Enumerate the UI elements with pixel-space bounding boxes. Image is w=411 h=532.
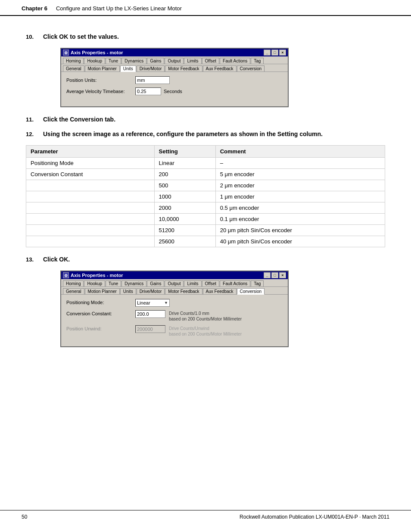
tab-conversion[interactable]: Conversion xyxy=(237,65,265,72)
step-10-number: 10. xyxy=(26,33,43,40)
dialog2-wrapper: ⚙ Axis Properties - motor _ □ × Homing H… xyxy=(60,271,385,347)
conversion-constant-desc1: Drive Counts/1.0 mm xyxy=(169,311,242,316)
d2-tab-hookup[interactable]: Hookup xyxy=(84,280,105,286)
col-comment: Comment xyxy=(215,146,385,158)
tab-tune[interactable]: Tune xyxy=(106,58,121,64)
cell-parameter xyxy=(26,225,155,236)
d2-tab-general[interactable]: General xyxy=(63,288,84,294)
positioning-mode-select[interactable]: Linear ▼ xyxy=(135,299,170,307)
step-11-number: 11. xyxy=(26,116,43,123)
step-13: 13. Click OK. xyxy=(26,256,385,263)
cell-parameter xyxy=(26,214,155,225)
d2-tab-motor-feedback[interactable]: Motor Feedback xyxy=(165,288,202,294)
d2-tab-aux-feedback[interactable]: Aux Feedback xyxy=(203,288,237,294)
tab-limits[interactable]: Limits xyxy=(184,58,201,64)
dialog2-restore-button[interactable]: □ xyxy=(271,272,278,278)
d2-tab-fault-actions[interactable]: Fault Actions xyxy=(220,280,250,286)
tab-gains[interactable]: Gains xyxy=(147,58,164,64)
table-row: Conversion Constant 200 5 μm encoder xyxy=(26,169,385,180)
tab-fault-actions[interactable]: Fault Actions xyxy=(220,58,250,64)
dialog1-close-button[interactable]: × xyxy=(279,50,286,56)
dialog2-tabs-row2: General Motion Planner Units Drive/Motor… xyxy=(61,287,288,295)
publication-info: Rockwell Automation Publication LX-UM001… xyxy=(240,514,389,520)
dialog1-tabs-row1: Homing Hookup Tune Dynamics Gains Output… xyxy=(61,56,288,64)
avg-velocity-input[interactable] xyxy=(135,87,161,95)
dialog1-box: ⚙ Axis Properties - motor _ □ × Homing H… xyxy=(60,48,289,107)
tab-aux-feedback[interactable]: Aux Feedback xyxy=(203,65,237,72)
dialog1-wrapper: ⚙ Axis Properties - motor _ □ × Homing H… xyxy=(60,48,385,107)
chapter-label: Chapter 6 xyxy=(22,5,47,12)
d2-tab-tag[interactable]: Tag xyxy=(251,280,264,286)
tab-output[interactable]: Output xyxy=(165,58,184,64)
tab-motion-planner[interactable]: Motion Planner xyxy=(85,65,120,72)
d2-tab-motion-planner[interactable]: Motion Planner xyxy=(85,288,120,294)
d2-tab-tune[interactable]: Tune xyxy=(106,280,121,286)
tab-offset[interactable]: Offset xyxy=(202,58,220,64)
cell-parameter xyxy=(26,191,155,202)
position-unwind-desc: Drive Counts/Unwind based on 200 Counts/… xyxy=(169,325,242,337)
position-unwind-label: Position Unwind: xyxy=(66,325,135,331)
dialog1-tabs-row2: General Motion Planner Units Drive/Motor… xyxy=(61,64,288,72)
page-number: 50 xyxy=(22,514,27,520)
tab-general[interactable]: General xyxy=(63,65,84,72)
cell-comment: 0.5 μm encoder xyxy=(215,202,385,214)
dialog2-close-button[interactable]: × xyxy=(279,272,286,278)
dialog1-titlebar: ⚙ Axis Properties - motor _ □ × xyxy=(61,49,288,56)
table-row: Positioning Mode Linear – xyxy=(26,158,385,169)
dialog1-minimize-button[interactable]: _ xyxy=(264,50,271,56)
step-10-text: Click OK to set the values. xyxy=(43,33,119,40)
dialog2-title: Axis Properties - motor xyxy=(71,273,123,278)
page-header: Chapter 6 Configure and Start Up the LX-… xyxy=(0,0,411,16)
step-12-number: 12. xyxy=(26,131,43,137)
cell-comment: 20 μm pitch Sin/Cos encoder xyxy=(215,225,385,236)
cell-comment: – xyxy=(215,158,385,169)
table-row: 51200 20 μm pitch Sin/Cos encoder xyxy=(26,225,385,236)
dialog1-restore-button[interactable]: □ xyxy=(271,50,278,56)
tab-units[interactable]: Units xyxy=(120,65,136,72)
tab-homing[interactable]: Homing xyxy=(63,58,84,64)
position-unwind-input xyxy=(135,325,165,333)
cell-setting: 2000 xyxy=(154,202,215,214)
avg-velocity-unit: Seconds xyxy=(164,89,182,94)
step-10: 10. Click OK to set the values. xyxy=(26,33,385,40)
step-12-text: Using the screen image as a reference, c… xyxy=(43,131,323,137)
table-row: 500 2 μm encoder xyxy=(26,180,385,191)
cell-comment: 1 μm encoder xyxy=(215,191,385,202)
tab-tag[interactable]: Tag xyxy=(251,58,264,64)
d2-tab-conversion[interactable]: Conversion xyxy=(237,288,265,295)
cell-parameter: Positioning Mode xyxy=(26,158,155,169)
d2-tab-limits[interactable]: Limits xyxy=(184,280,201,286)
d2-tab-drive-motor[interactable]: Drive/Motor xyxy=(137,288,165,294)
avg-velocity-label: Average Velocity Timebase: xyxy=(66,89,135,94)
position-units-row: Position Units: xyxy=(66,76,283,84)
position-units-input[interactable] xyxy=(135,76,170,84)
cell-setting: 200 xyxy=(154,169,215,180)
dialog2-icon: ⚙ xyxy=(63,272,69,278)
cell-parameter xyxy=(26,202,155,214)
parameter-table-wrapper: Parameter Setting Comment Positioning Mo… xyxy=(26,145,385,247)
d2-tab-gains[interactable]: Gains xyxy=(147,280,164,286)
dialog1-body: Position Units: Average Velocity Timebas… xyxy=(61,72,288,106)
dialog2-minimize-button[interactable]: _ xyxy=(264,272,271,278)
d2-tab-offset[interactable]: Offset xyxy=(202,280,220,286)
d2-tab-output[interactable]: Output xyxy=(165,280,184,286)
cell-comment: 40 μm pitch Sin/Cos encoder xyxy=(215,236,385,247)
d2-tab-homing[interactable]: Homing xyxy=(63,280,84,286)
tab-hookup[interactable]: Hookup xyxy=(84,58,105,64)
table-row: 25600 40 μm pitch Sin/Cos encoder xyxy=(26,236,385,247)
positioning-mode-row: Positioning Mode: Linear ▼ xyxy=(66,299,283,307)
tab-dynamics[interactable]: Dynamics xyxy=(121,58,146,64)
conversion-constant-input[interactable] xyxy=(135,310,165,318)
d2-tab-dynamics[interactable]: Dynamics xyxy=(121,280,146,286)
step-13-text: Click OK. xyxy=(43,256,70,263)
select-arrow-icon: ▼ xyxy=(164,301,168,305)
position-unwind-row: Position Unwind: Drive Counts/Unwind bas… xyxy=(66,325,283,337)
conversion-constant-label: Conversion Constant: xyxy=(66,310,135,316)
cell-setting: 10,0000 xyxy=(154,214,215,225)
tab-motor-feedback[interactable]: Motor Feedback xyxy=(165,65,202,72)
d2-tab-units[interactable]: Units xyxy=(120,288,136,294)
dialog1-controls: _ □ × xyxy=(264,50,286,56)
tab-drive-motor[interactable]: Drive/Motor xyxy=(137,65,165,72)
cell-comment: 2 μm encoder xyxy=(215,180,385,191)
conversion-constant-desc2: based on 200 Counts/Motor Millimeter xyxy=(169,316,242,322)
